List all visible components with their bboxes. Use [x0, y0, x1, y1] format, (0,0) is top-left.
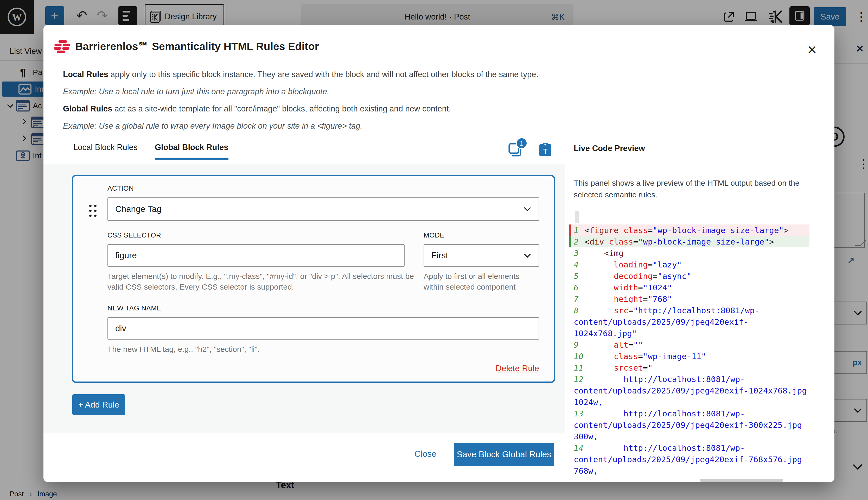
line-number: 8	[574, 305, 585, 316]
code-scroll-marker	[575, 211, 579, 223]
line-number: 14	[574, 442, 585, 454]
preview-description: This panel shows a live preview of the H…	[574, 177, 808, 201]
line-number: 7	[574, 293, 585, 305]
code-line: 8 src="http://localhost:8081/wp-content/…	[569, 305, 809, 339]
screen: W + ↶ ↷ Design Library Hello world! · Po…	[0, 0, 868, 500]
code-line: 13 http://localhost:8081/wp-content/uplo…	[569, 408, 809, 442]
modal-title: Barrierenlos℠ Semanticality HTML Rules E…	[75, 40, 319, 53]
semanticality-brand-icon	[54, 40, 71, 55]
new-tag-name-input-wrap	[107, 317, 539, 340]
local-rules-example: Example: Use a local rule to turn just t…	[63, 87, 329, 96]
code-line: 10 class="wp-image-11"	[569, 351, 809, 362]
close-icon: ✕	[807, 43, 817, 57]
tab-global-block-rules[interactable]: Global Block Rules	[155, 143, 228, 160]
code-line: 3 <img	[569, 247, 809, 259]
line-number: 3	[574, 247, 585, 259]
line-number: 1	[574, 225, 585, 236]
css-selector-input[interactable]	[115, 251, 397, 260]
chevron-down-icon	[524, 253, 531, 258]
svg-text:T: T	[543, 147, 548, 155]
live-code-preview-heading: Live Code Preview	[574, 144, 645, 153]
drag-handle[interactable]	[89, 205, 97, 222]
rules-editor-modal: Barrierenlos℠ Semanticality HTML Rules E…	[44, 25, 834, 482]
code-line: 9 alt=""	[569, 339, 809, 351]
action-value: Change Tag	[115, 204, 161, 214]
code-horizontal-scrollbar[interactable]	[700, 479, 783, 482]
new-tag-name-input[interactable]	[115, 323, 531, 333]
modal-close-button[interactable]: ✕	[804, 42, 820, 58]
line-number: 11	[574, 362, 585, 373]
code-line: 1<figure class="wp-block-image size-larg…	[569, 225, 809, 236]
global-rules-description: Global Rules act as a site-wide template…	[63, 104, 451, 114]
code-line: 4 loading="lazy"	[569, 259, 809, 270]
delete-rule-link[interactable]: Delete Rule	[415, 364, 539, 373]
code-line: 6 width="1024"	[569, 282, 809, 293]
chevron-down-icon	[524, 207, 531, 212]
action-label: ACTION	[107, 184, 134, 192]
copy-count-badge: 1	[516, 137, 527, 149]
mode-label: MODE	[424, 231, 444, 239]
paste-icon: T	[539, 142, 552, 157]
code-line: 2<div class="wp-block-image size-large">	[569, 236, 809, 247]
code-line: 5 decoding="async"	[569, 270, 809, 282]
code-block: 1<figure class="wp-block-image size-larg…	[574, 225, 809, 477]
line-number: 2	[574, 236, 585, 247]
rule-clipboard-tools: 1 T	[508, 142, 552, 158]
add-rule-button[interactable]: + Add Rule	[72, 394, 125, 415]
global-rules-example: Example: Use a global rule to wrap every…	[63, 121, 362, 131]
line-number: 4	[574, 259, 585, 270]
code-line: 7 height="768"	[569, 293, 809, 305]
copy-rules-button[interactable]: 1	[508, 143, 522, 157]
css-selector-input-wrap	[107, 244, 404, 267]
new-tag-name-help: The new HTML tag, e.g., "h2", "section",…	[107, 344, 472, 354]
mode-help: Apply to first or all elements within se…	[424, 271, 538, 292]
mode-value: First	[431, 251, 448, 260]
line-number: 13	[574, 408, 585, 419]
code-line: 12 http://localhost:8081/wp-content/uplo…	[569, 373, 809, 408]
modal-close-link[interactable]: Close	[410, 449, 441, 459]
action-select[interactable]: Change Tag	[107, 197, 539, 221]
local-rules-description: Local Rules apply only to this specific …	[63, 70, 538, 79]
mode-select[interactable]: First	[424, 244, 539, 267]
line-number: 12	[574, 373, 585, 385]
css-selector-help: Target element(s) to modify. E.g., ".my-…	[107, 271, 422, 292]
new-tag-name-label: NEW TAG NAME	[107, 304, 161, 312]
line-number: 10	[574, 351, 585, 362]
css-selector-label: CSS SELECTOR	[107, 231, 161, 239]
code-line: 14 http://localhost:8081/wp-content/uplo…	[569, 442, 809, 477]
code-line: 11 srcset="	[569, 362, 809, 373]
line-number: 9	[574, 339, 585, 351]
line-number: 5	[574, 270, 585, 282]
line-number: 6	[574, 282, 585, 293]
save-block-global-rules-button[interactable]: Save Block Global Rules	[454, 443, 554, 466]
paste-rules-button[interactable]: T	[539, 142, 552, 158]
tab-local-block-rules[interactable]: Local Block Rules	[73, 143, 137, 158]
